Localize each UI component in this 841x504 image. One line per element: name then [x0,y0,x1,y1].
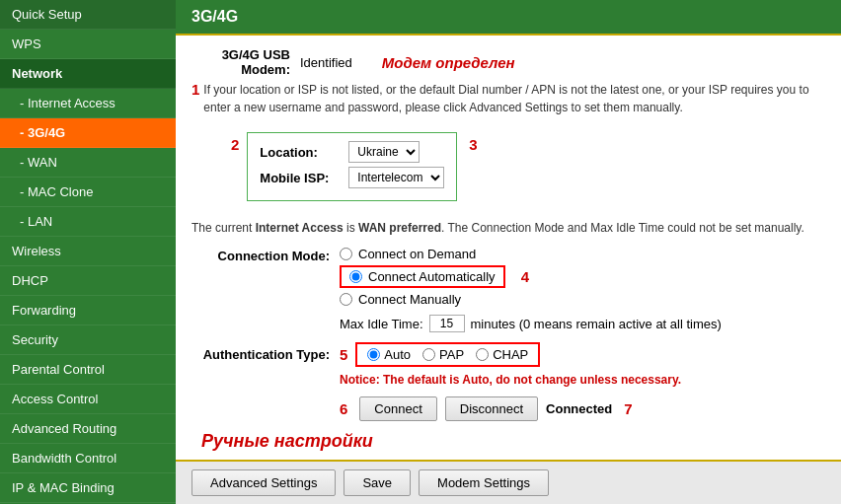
disconnect-button[interactable]: Disconnect [445,396,538,421]
auth-options-group: Auto PAP CHAP [355,342,540,367]
location-select[interactable]: Ukraine [348,141,420,163]
num1-badge: 1 [191,81,199,98]
auth-pap-label: PAP [439,347,464,362]
auth-type-row: Authentication Type: 5 Auto PAP CHAP [191,342,825,367]
sidebar-item-wireless[interactable]: Wireless [0,237,176,266]
sidebar-item-wps[interactable]: WPS [0,30,176,59]
connect-manually-label: Connect Manually [358,292,461,307]
notice-auto-desc: The default is Auto, do not change unles… [383,373,681,387]
location-box: Location: Ukraine Mobile ISP: Intertelec… [247,132,457,201]
footer-bar: Advanced Settings Save Modem Settings [176,460,841,504]
num6-badge: 6 [340,400,347,417]
connect-on-demand-item: Connect on Demand [340,247,722,261]
modem-value: Identified [300,55,352,70]
mobile-isp-label: Mobile ISP: [260,171,348,185]
connection-mode-group: Connect on Demand Connect Automatically … [340,247,722,332]
connect-on-demand-radio[interactable] [340,248,352,260]
auth-chap-label: CHAP [493,347,528,362]
auth-auto-radio[interactable] [367,348,380,361]
auth-pap-option: PAP [422,347,464,362]
num4-badge: 4 [521,268,529,285]
sidebar-item-forwarding[interactable]: Forwarding [0,296,176,325]
sidebar-item-internet-access[interactable]: - Internet Access [0,89,176,118]
num5-badge: 5 [340,346,347,363]
max-idle-label: Max Idle Time: [340,317,423,331]
connect-on-demand-label: Connect on Demand [358,247,476,261]
modem-label: 3G/4G USB Modem: [191,47,300,77]
content-area: 3G/4G USB Modem: Identified Модем опреде… [176,36,841,460]
modem-annotation: Модем определен [382,54,515,71]
sidebar-item-mac-clone[interactable]: - MAC Clone [0,178,176,207]
auth-chap-option: CHAP [476,347,528,362]
connect-automatically-radio[interactable] [349,270,362,283]
modem-settings-button[interactable]: Modem Settings [419,469,549,496]
page-title: 3G/4G [176,0,841,36]
annotation-manual-text: Ручные настройки [201,431,373,451]
num7-badge: 7 [624,400,632,417]
notice-auto-text: Notice: The default is Auto, do not chan… [340,373,825,387]
sidebar-item-network[interactable]: Network [0,59,176,89]
auth-auto-label: Auto [384,347,411,362]
manual-annotation: Ручные настройки [201,431,825,452]
auth-pap-radio[interactable] [422,348,435,361]
auth-type-label: Authentication Type: [191,347,340,362]
connect-disconnect-row: 6 Connect Disconnect Connected 7 [340,396,825,421]
sidebar-item-access-control[interactable]: Access Control [0,385,176,414]
mobile-isp-select[interactable]: Intertelecom [348,167,444,188]
num3-badge: 3 [469,136,477,153]
auth-auto-option: Auto [367,347,411,362]
sidebar-item-wan[interactable]: - WAN [0,148,176,178]
sidebar-item-quick-setup[interactable]: Quick Setup [0,0,176,30]
sidebar-item-3g-4g[interactable]: - 3G/4G [0,118,176,148]
save-button[interactable]: Save [344,469,411,496]
connection-mode-row: Connection Mode: Connect on Demand Conne… [191,247,825,332]
connected-status: Connected [546,401,612,416]
connect-automatically-label: Connect Automatically [368,269,496,284]
wan-notice-text: The current Internet Access is WAN prefe… [191,219,825,237]
connection-mode-label: Connection Mode: [191,247,340,263]
advanced-settings-button[interactable]: Advanced Settings [191,469,336,496]
connect-automatically-item: Connect Automatically 4 [340,265,722,288]
sidebar-item-dhcp[interactable]: DHCP [0,266,176,296]
connect-manually-item: Connect Manually [340,292,722,307]
connect-button[interactable]: Connect [359,396,436,421]
connect-manually-radio[interactable] [340,293,352,306]
sidebar-item-advanced-routing[interactable]: Advanced Routing [0,414,176,444]
connect-automatically-highlight: Connect Automatically [340,265,505,288]
idle-time-row: Max Idle Time: minutes (0 means remain a… [340,315,722,332]
sidebar-item-parental-control[interactable]: Parental Control [0,355,176,385]
sidebar: Quick Setup WPS Network - Internet Acces… [0,0,176,504]
max-idle-input[interactable] [429,315,465,332]
max-idle-suffix: minutes (0 means remain active at all ti… [471,317,722,331]
info-text: If your location or ISP is not listed, o… [203,81,825,116]
sidebar-item-security[interactable]: Security [0,325,176,355]
sidebar-item-lan[interactable]: - LAN [0,207,176,237]
num2-badge: 2 [231,136,239,153]
auth-chap-radio[interactable] [476,348,489,361]
main-content: 3G/4G 3G/4G USB Modem: Identified Модем … [176,0,841,504]
sidebar-item-ip-mac-binding[interactable]: IP & MAC Binding [0,473,176,503]
sidebar-item-bandwidth-control[interactable]: Bandwidth Control [0,444,176,473]
location-label: Location: [260,145,348,160]
